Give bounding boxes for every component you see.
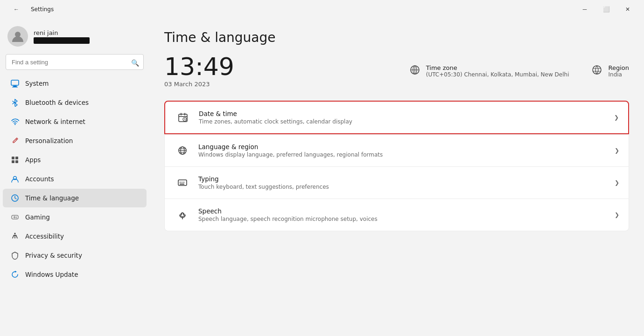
user-name: reni jain <box>34 29 90 36</box>
sidebar-item-label-bluetooth: Bluetooth & devices <box>25 99 139 106</box>
timezone-info: Time zone (UTC+05:30) Chennai, Kolkata, … <box>409 64 569 78</box>
sidebar-item-personalization[interactable]: Personalization <box>3 131 147 150</box>
sidebar-item-privacy[interactable]: Privacy & security <box>3 246 147 265</box>
sidebar-item-label-privacy: Privacy & security <box>25 252 139 259</box>
sidebar-item-label-update: Windows Update <box>25 271 139 278</box>
svg-rect-3 <box>12 87 18 88</box>
sidebar-item-label-system: System <box>25 80 139 87</box>
personalization-icon <box>10 136 20 145</box>
gaming-icon <box>10 213 20 222</box>
sidebar-item-time[interactable]: Time & language <box>3 189 147 207</box>
user-profile[interactable]: reni jain <box>0 19 149 52</box>
apps-icon <box>10 155 20 165</box>
svg-point-14 <box>14 233 16 234</box>
language-subtitle: Windows display language, preferred lang… <box>198 151 615 158</box>
speech-title: Speech <box>198 207 615 215</box>
speech-text: Speech Speech language, speech recogniti… <box>198 207 615 222</box>
time-meta: Time zone (UTC+05:30) Chennai, Kolkata, … <box>409 64 629 78</box>
typing-icon <box>174 174 191 191</box>
settings-card-language[interactable]: Language & region Windows display langua… <box>164 134 629 167</box>
close-button[interactable]: ✕ <box>617 2 638 17</box>
svg-point-12 <box>16 217 17 218</box>
svg-rect-2 <box>13 86 17 87</box>
network-icon <box>10 117 20 126</box>
language-chevron: ❯ <box>615 147 619 154</box>
main-layout: reni jain 🔍 System <box>0 19 644 336</box>
timezone-text: Time zone (UTC+05:30) Chennai, Kolkata, … <box>426 64 569 78</box>
sidebar-item-apps[interactable]: Apps <box>3 151 147 169</box>
region-value: India <box>608 71 629 78</box>
region-icon <box>591 64 602 78</box>
date-display: 03 March 2023 <box>164 81 409 88</box>
svg-point-4 <box>14 124 15 125</box>
svg-rect-5 <box>12 157 14 159</box>
svg-rect-28 <box>183 182 184 183</box>
sidebar-item-update[interactable]: Windows Update <box>3 265 147 284</box>
back-button[interactable]: ← <box>6 2 27 17</box>
minimize-button[interactable]: ─ <box>574 2 595 17</box>
content-area: Time & language 13:49 03 March 2023 <box>149 19 644 336</box>
sidebar-item-network[interactable]: Network & internet <box>3 112 147 131</box>
page-title: Time & language <box>164 30 629 45</box>
sidebar-item-label-network: Network & internet <box>25 118 139 125</box>
sidebar: reni jain 🔍 System <box>0 19 149 336</box>
sidebar-item-label-accessibility: Accessibility <box>25 233 139 240</box>
svg-point-19 <box>593 66 601 74</box>
sidebar-item-label-accounts: Accounts <box>25 175 139 183</box>
date-time-chevron: ❯ <box>614 114 619 121</box>
region-text: Region India <box>608 64 629 78</box>
titlebar-left: ← Settings <box>6 2 54 17</box>
sidebar-item-label-apps: Apps <box>25 156 139 164</box>
user-email-redacted <box>34 37 90 44</box>
titlebar: ← Settings ─ ⬜ ✕ <box>0 0 644 19</box>
accessibility-icon <box>10 232 20 241</box>
region-info: Region India <box>591 64 629 78</box>
svg-rect-1 <box>11 80 19 85</box>
svg-rect-29 <box>180 184 184 185</box>
language-title: Language & region <box>198 143 615 151</box>
sidebar-item-label-personalization: Personalization <box>25 137 139 144</box>
svg-rect-7 <box>12 160 14 163</box>
time-icon <box>10 193 20 203</box>
date-time-title: Date & time <box>199 110 614 117</box>
user-info: reni jain <box>34 29 90 44</box>
date-time-icon <box>175 109 191 126</box>
speech-subtitle: Speech language, speech recognition micr… <box>198 216 615 222</box>
typing-chevron: ❯ <box>615 179 619 186</box>
svg-rect-6 <box>15 157 18 159</box>
sidebar-item-accessibility[interactable]: Accessibility <box>3 227 147 246</box>
svg-rect-27 <box>182 182 182 183</box>
sidebar-item-bluetooth[interactable]: Bluetooth & devices <box>3 93 147 112</box>
settings-card-speech[interactable]: Speech Speech language, speech recogniti… <box>164 199 629 231</box>
settings-card-typing[interactable]: Typing Touch keyboard, text suggestions,… <box>164 167 629 199</box>
sidebar-nav: System Bluetooth & devices <box>0 74 149 284</box>
bluetooth-icon <box>10 98 20 107</box>
typing-subtitle: Touch keyboard, text suggestions, prefer… <box>198 184 615 190</box>
sidebar-item-accounts[interactable]: Accounts <box>3 170 147 188</box>
date-time-subtitle: Time zones, automatic clock settings, ca… <box>199 118 614 125</box>
svg-point-13 <box>16 218 17 219</box>
update-icon <box>10 270 20 279</box>
privacy-icon <box>10 251 20 260</box>
region-label: Region <box>608 64 629 71</box>
sidebar-item-label-time: Time & language <box>25 194 139 202</box>
sidebar-item-system[interactable]: System <box>3 74 147 93</box>
speech-chevron: ❯ <box>615 212 619 218</box>
maximize-button[interactable]: ⬜ <box>595 2 617 17</box>
avatar <box>7 26 28 47</box>
language-icon <box>174 142 191 159</box>
sidebar-item-label-gaming: Gaming <box>25 213 139 221</box>
titlebar-title: Settings <box>31 6 54 13</box>
accounts-icon <box>10 174 20 184</box>
svg-rect-8 <box>15 160 18 163</box>
system-icon <box>10 79 20 88</box>
language-text: Language & region Windows display langua… <box>198 143 615 158</box>
svg-point-30 <box>181 213 184 217</box>
time-display: 13:49 <box>164 55 409 79</box>
sidebar-item-gaming[interactable]: Gaming <box>3 208 147 226</box>
timezone-icon <box>409 64 420 78</box>
search-input[interactable] <box>6 54 144 70</box>
titlebar-controls: ─ ⬜ ✕ <box>574 2 638 17</box>
settings-card-date-time[interactable]: Date & time Time zones, automatic clock … <box>164 101 629 134</box>
typing-title: Typing <box>198 175 615 183</box>
